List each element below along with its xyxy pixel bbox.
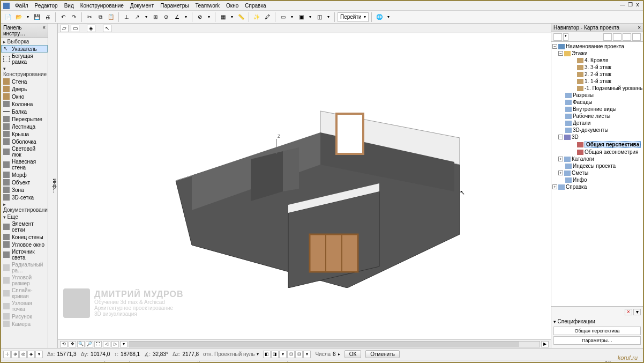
tracker-btn-5[interactable]: ⊟ [295,351,303,358]
infobar-handle[interactable]: Инф… [48,24,58,348]
tree-worksheets[interactable]: Рабочие листы [552,113,642,120]
3d-viewport[interactable]: z ↖ ДМИТРИЙ МУДРОВ Обучение 3d max & Arc… [58,33,551,339]
fit-button[interactable]: ⛶ [94,341,102,347]
view2-dropdown[interactable]: ▾ [307,12,313,22]
tree-perspective[interactable]: Общая перспектива [552,140,642,149]
tree-info[interactable]: Инфо [552,176,642,183]
view2-button[interactable]: ▣ [296,12,306,22]
tracker-btn-2[interactable]: ◨ [271,351,279,358]
cursor-arrow-icon[interactable]: ↖ [103,25,111,32]
scroll-right-button[interactable]: ▶ [541,341,549,347]
tool-marquee[interactable]: Бегущая рамка [1,53,48,65]
nav-dropdown[interactable]: ▾ [563,33,568,41]
tree-sections[interactable]: Разрезы [552,92,642,99]
ok-button[interactable]: ОК [345,350,362,358]
highlight-button[interactable]: 🖍 [263,12,272,22]
origin-dropdown[interactable]: ▾ [257,352,259,357]
window-close[interactable]: x [634,2,641,9]
menu-design[interactable]: Конструирование [77,2,127,10]
tree-interior[interactable]: Внутренние виды [552,106,642,113]
tool-radial-dim[interactable]: Радиальный ра… [1,261,48,274]
view-name-field[interactable]: Общая перспектива [553,327,641,335]
tracker-btn-6[interactable]: ▾ [303,351,311,358]
copy-button[interactable]: ⧉ [95,12,105,22]
tracker-btn-3[interactable]: ▾ [279,351,287,358]
zoom-prev-button[interactable]: ◁ [103,341,110,347]
pan-button[interactable]: ✥ [69,341,76,347]
zoom-options-button[interactable]: ▾ [120,341,128,347]
tree-3d-docs[interactable]: 3D-документы [552,127,642,134]
nav-publisher-button[interactable] [623,33,631,41]
suspend-dropdown[interactable]: ▾ [206,12,212,22]
trace-dropdown[interactable]: ▾ [229,12,235,22]
tool-wall-end[interactable]: Конец стены [1,233,48,241]
menu-teamwork[interactable]: Teamwork [192,2,223,10]
tool-hotspot[interactable]: Узловая точка [1,300,48,313]
tree-story-1[interactable]: 1. 1-й этаж [552,78,642,85]
save-button[interactable]: 💾 [32,12,42,22]
magic-wand-button[interactable]: ✨ [252,12,261,22]
menu-view[interactable]: Вид [61,2,77,10]
zoom-next-button[interactable]: ▷ [111,341,119,347]
geometry-method-3[interactable]: ◈ [87,25,95,32]
menu-file[interactable]: Файл [12,2,32,10]
coord-mode-2[interactable]: ⊕ [11,351,19,358]
tool-drawing[interactable]: Рисунок [1,313,48,320]
nav-layout-book-button[interactable] [613,33,621,41]
tree-story-3[interactable]: 3. 3-й этаж [552,64,642,71]
spec-header[interactable]: ▾ Спецификации [553,317,641,325]
tree-help[interactable]: +Справка [552,183,642,190]
view3-button[interactable]: ◫ [314,12,324,22]
tree-3d[interactable]: −3D [552,134,642,140]
nav-view-map-button[interactable] [603,33,612,41]
suspend-button[interactable]: ⊘ [195,12,205,22]
tree-story-roof[interactable]: 4. Кровля [552,57,642,64]
tool-object[interactable]: Объект [1,179,48,186]
menu-document[interactable]: Документ [127,2,157,10]
cancel-button[interactable]: Отменить [365,350,400,358]
coord-mode-3[interactable]: ◎ [19,351,27,358]
measure-button[interactable]: 📏 [236,12,246,22]
tree-details[interactable]: Детали [552,120,642,127]
goto-button[interactable]: Перейти ▾ [338,12,369,22]
tracker-btn-4[interactable]: ⊡ [287,351,295,358]
tool-spline[interactable]: Сплайн-кривая [1,287,48,300]
undo-button[interactable]: ↶ [58,12,68,22]
steps-stepper[interactable]: ▸ [338,352,340,357]
cut-button[interactable]: ✂ [85,12,94,22]
tool-stair[interactable]: Лестница [1,123,48,130]
tree-catalogs[interactable]: +Каталоги [552,155,642,162]
tool-window[interactable]: Окно [1,93,48,100]
tool-camera[interactable]: Камера [1,320,48,328]
menu-options[interactable]: Параметры [157,2,192,10]
snap-dropdown[interactable]: ▾ [143,12,149,22]
snap-grid-button[interactable]: ⊞ [151,12,160,22]
open-file-button[interactable]: 📂 [14,12,24,22]
tree-stories[interactable]: −Этажи [552,50,642,57]
tool-beam[interactable]: Балка [1,108,48,115]
snap-perp-button[interactable]: ⊥ [122,12,131,22]
print-button[interactable]: 🖨 [43,12,53,22]
tree-lists[interactable]: +Сметы [552,169,642,176]
tool-light[interactable]: Источник света [1,248,48,261]
tree-story-basement[interactable]: -1. Подземный уровень [552,85,642,92]
geometry-method-1[interactable]: ▱ [60,25,69,32]
window-minimize[interactable]: — [619,2,626,9]
navigator-close[interactable]: × [638,25,641,31]
menu-help[interactable]: Справка [242,2,269,10]
open-dropdown[interactable]: ▾ [25,12,31,22]
coord-mode-5[interactable]: ▾ [35,351,43,358]
zoom-out-button[interactable]: 🔎 [86,341,93,347]
tool-shell[interactable]: Оболочка [1,138,48,145]
tool-slab[interactable]: Перекрытие [1,115,48,123]
tool-pointer[interactable]: Указатель [1,45,48,53]
snap-angle-dropdown[interactable]: ▾ [183,12,189,22]
snap-guide-button[interactable]: ↗ [132,12,142,22]
tree-elevations[interactable]: Фасады [552,99,642,106]
snap-point-button[interactable]: ⊙ [161,12,171,22]
tracker-btn-1[interactable]: ◧ [263,351,271,358]
globe-dropdown[interactable]: ▾ [385,12,392,22]
geometry-method-2[interactable]: ▭ [71,25,79,32]
coord-mode-4[interactable]: ◈ [27,351,35,358]
tool-door[interactable]: Дверь [1,85,48,93]
